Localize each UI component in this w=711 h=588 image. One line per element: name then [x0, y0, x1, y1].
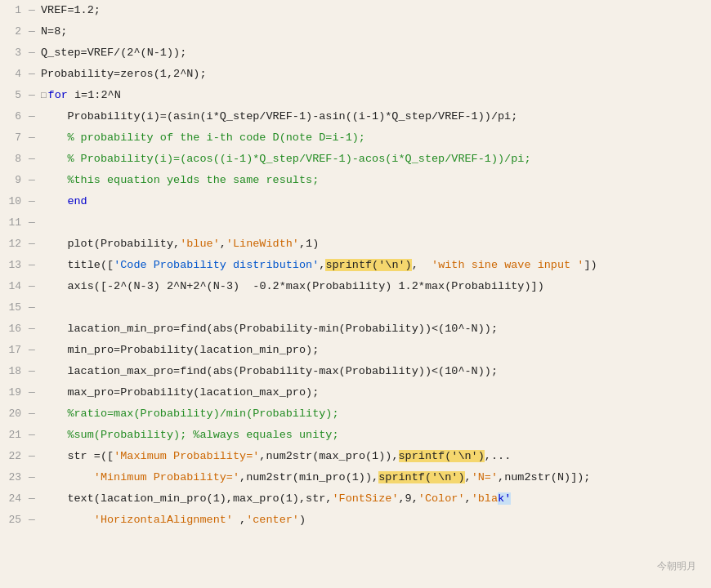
- token: sprintf('\n'): [399, 450, 485, 462]
- line-content: Q_step=VREF/(2^(N-1));: [39, 42, 711, 64]
- line-content: lacation_min_pro=find(abs(Probability-mi…: [39, 318, 711, 340]
- line-number: 23: [0, 467, 25, 488]
- token: title([: [67, 259, 114, 271]
- line-dash: —: [25, 425, 39, 446]
- token: ,: [465, 492, 472, 505]
- token: 'with sine wave input ': [432, 259, 584, 271]
- token: 'Maximum Probability=': [114, 450, 259, 462]
- token: min_pro=Probability(lacation_min_pro);: [67, 344, 319, 356]
- token: plot(Probability,: [67, 238, 180, 250]
- line-number: 3: [0, 42, 25, 64]
- line-dash: —: [25, 340, 39, 361]
- line-number: 21: [0, 425, 25, 446]
- code-line: 23— 'Minimum Probability=',num2str(min_p…: [0, 467, 711, 488]
- line-number: 6: [0, 106, 25, 127]
- fold-icon[interactable]: □: [41, 91, 47, 100]
- line-dash: —: [25, 212, 39, 234]
- token: N+2: [180, 280, 199, 292]
- code-line: 6— Probability(i)=(asin(i*Q_step/VREF-1)…: [0, 106, 711, 127]
- token: 'FontSize': [332, 492, 398, 505]
- watermark: 今朝明月: [657, 559, 696, 573]
- token: ,num2str(max_pro(1)),: [259, 450, 398, 462]
- token: ^: [173, 280, 180, 292]
- line-number: 12: [0, 234, 25, 255]
- code-line: 14— axis([-2^(N-3) 2^N+2^(N-3) -0.2*max(…: [0, 276, 711, 297]
- code-line: 9— %this equation yelds the same results…: [0, 170, 711, 191]
- line-dash: —: [25, 446, 39, 467]
- token: 'N=': [472, 471, 498, 483]
- line-content: max_pro=Probability(lacation_max_pro);: [39, 382, 711, 403]
- token: ^: [458, 323, 464, 335]
- line-number: 15: [0, 297, 25, 318]
- token: Probability=zeros(1,2: [41, 68, 180, 80]
- line-dash: —: [25, 191, 39, 212]
- line-number: 9: [0, 170, 25, 191]
- line-number: 7: [0, 127, 25, 149]
- token: ,: [412, 259, 432, 271]
- token: 'blue': [180, 238, 220, 250]
- token: VREF=1.2;: [41, 4, 101, 16]
- token: -N));: [465, 323, 499, 335]
- token: ,: [220, 238, 226, 250]
- token: lacation_min_pro=find(abs(Probability-mi…: [67, 323, 458, 335]
- line-dash: —: [25, 0, 39, 21]
- line-content: 'HorizontalAlignment' ,'center'): [39, 510, 711, 531]
- token: axis([-2: [67, 280, 120, 292]
- code-line: 25— 'HorizontalAlignment' ,'center'): [0, 510, 711, 531]
- token: sprintf('\n'): [378, 471, 464, 483]
- line-content: lacation_max_pro=find(abs(Probability-ma…: [39, 361, 711, 382]
- line-content: min_pro=Probability(lacation_min_pro);: [39, 340, 711, 361]
- line-number: 13: [0, 255, 25, 276]
- line-dash: —: [25, 149, 39, 170]
- line-dash: —: [25, 170, 39, 191]
- line-number: 16: [0, 318, 25, 340]
- line-content: end: [39, 191, 711, 212]
- line-number: 2: [0, 21, 25, 42]
- token: 'bla: [472, 492, 498, 505]
- line-content: % probability of the i-th code D(note D=…: [39, 127, 711, 149]
- line-number: 25: [0, 510, 25, 531]
- token: (N-3) 2: [127, 280, 173, 292]
- line-dash: —: [25, 510, 39, 531]
- code-line: 8— % Probability(i)=(acos((i-1)*Q_step/V…: [0, 149, 711, 170]
- line-content: %this equation yelds the same results;: [39, 170, 711, 191]
- line-dash: —: [25, 297, 39, 318]
- code-line: 18— lacation_max_pro=find(abs(Probabilit…: [0, 361, 711, 382]
- line-dash: —: [25, 127, 39, 149]
- line-dash: —: [25, 64, 39, 85]
- line-content: title(['Code Probability distribution',s…: [39, 255, 711, 276]
- line-content: %sum(Probability); %always equales unity…: [39, 425, 711, 446]
- token: ): [299, 514, 306, 526]
- token: ,: [465, 471, 472, 483]
- token: ,1): [299, 238, 319, 250]
- line-content: % Probability(i)=(acos((i-1)*Q_step/VREF…: [39, 149, 711, 170]
- token: ,9,: [398, 492, 418, 505]
- token: (N-3) -0.2*max(Probability) 1.2*max(Prob…: [207, 280, 544, 292]
- line-content: Probability(i)=(asin(i*Q_step/VREF-1)-as…: [39, 106, 711, 127]
- token: N);: [186, 68, 206, 80]
- line-dash: —: [25, 382, 39, 403]
- line-content: text(lacation_min_pro(1),max_pro(1),str,…: [39, 488, 711, 510]
- code-line: 10— end: [0, 191, 711, 212]
- line-number: 22: [0, 446, 25, 467]
- token: for: [48, 89, 68, 101]
- line-dash: —: [25, 467, 39, 488]
- token: 'Code Probability distribution': [114, 259, 319, 271]
- token: ,num2str(min_pro(1)),: [239, 471, 378, 483]
- line-number: 14: [0, 276, 25, 297]
- token: % Probability(i)=(acos((i-1)*Q_step/VREF…: [67, 153, 530, 165]
- code-line: 22— str =(['Maximum Probability=',num2st…: [0, 446, 711, 467]
- line-number: 1: [0, 0, 25, 21]
- token: ,: [233, 514, 246, 526]
- code-line: 16— lacation_min_pro=find(abs(Probabilit…: [0, 318, 711, 340]
- token: %sum(Probability); %always equales unity…: [67, 429, 338, 441]
- token: k': [498, 492, 511, 505]
- line-content: N=8;: [39, 21, 711, 42]
- line-dash: —: [25, 106, 39, 127]
- token: Probability(i)=(asin(i*Q_step/VREF-1)-as…: [67, 110, 517, 122]
- line-content: plot(Probability,'blue','LineWidth',1): [39, 234, 711, 255]
- token: ^: [133, 47, 140, 59]
- token: max_pro=Probability(lacation_max_pro);: [67, 386, 319, 399]
- line-dash: —: [25, 488, 39, 510]
- token: % probability of the i-th code D(note D=…: [67, 131, 365, 144]
